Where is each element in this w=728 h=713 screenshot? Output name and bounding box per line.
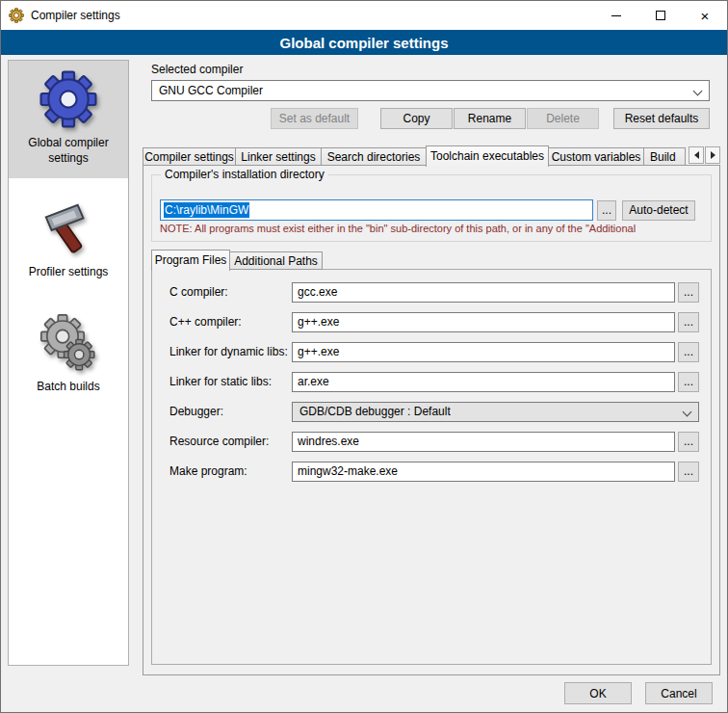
selected-compiler-dropdown[interactable]: GNU GCC Compiler <box>151 80 710 101</box>
settings-tab-bar: Compiler settings Linker settings Search… <box>143 145 720 166</box>
installation-note: NOTE: All programs must exist either in … <box>160 223 716 234</box>
chevron-down-icon <box>683 407 692 416</box>
c-compiler-label: C compiler: <box>169 285 292 299</box>
tab-scroll-left-button[interactable] <box>689 146 704 164</box>
tab-label: Search directories <box>327 150 421 164</box>
tab-compiler-settings[interactable]: Compiler settings <box>143 147 236 166</box>
make-program-browse-button[interactable]: ... <box>678 462 699 482</box>
minimize-icon <box>611 15 621 16</box>
linker-dynamic-input[interactable] <box>292 342 675 362</box>
batch-builds-gears-icon <box>39 313 98 373</box>
title-bar[interactable]: Compiler settings × <box>1 1 727 30</box>
field-row-debugger: Debugger: GDB/CDB debugger : Default <box>169 401 699 422</box>
tab-label: Additional Paths <box>234 254 318 268</box>
field-row-cpp-compiler: C++ compiler: ... <box>169 311 699 332</box>
triangle-left-icon <box>694 151 699 159</box>
compiler-settings-window: Compiler settings × Global compiler sett… <box>0 0 728 713</box>
c-compiler-browse-button[interactable]: ... <box>678 282 699 303</box>
sidebar-item-global-compiler-settings[interactable]: Global compiler settings <box>9 61 128 178</box>
debugger-label: Debugger: <box>169 405 292 418</box>
delete-button[interactable]: Delete <box>527 108 599 129</box>
debugger-value: GDB/CDB debugger : Default <box>299 405 451 418</box>
linker-static-label: Linker for static libs: <box>169 375 292 388</box>
tab-program-files[interactable]: Program Files <box>151 250 230 271</box>
sidebar-item-label: Batch builds <box>37 380 99 395</box>
resource-compiler-browse-button[interactable]: ... <box>678 432 699 452</box>
tab-toolchain-executables[interactable]: Toolchain executables <box>426 145 549 167</box>
toolchain-executables-panel: Compiler's installation directory C:\ray… <box>143 165 720 675</box>
maximize-icon <box>656 11 665 20</box>
debugger-dropdown[interactable]: GDB/CDB debugger : Default <box>292 402 699 422</box>
installation-directory-input[interactable]: C:\raylib\MinGW <box>160 199 593 221</box>
triangle-right-icon <box>711 151 715 159</box>
tab-label: Custom variables <box>552 150 641 164</box>
cpp-compiler-input[interactable] <box>292 312 675 332</box>
field-row-make-program: Make program: ... <box>169 461 699 482</box>
field-row-linker-static: Linker for static libs: ... <box>169 371 699 392</box>
installation-directory-browse-button[interactable]: ... <box>597 200 616 221</box>
copy-button[interactable]: Copy <box>380 108 453 129</box>
maximize-button[interactable] <box>638 1 683 30</box>
field-row-resource-compiler: Resource compiler: ... <box>169 431 699 452</box>
cpp-compiler-label: C++ compiler: <box>169 315 292 329</box>
linker-static-input[interactable] <box>292 372 675 392</box>
resource-compiler-input[interactable] <box>292 432 675 452</box>
tab-additional-paths[interactable]: Additional Paths <box>229 251 323 270</box>
settings-category-list: Global compiler settings Profiler settin… <box>8 60 129 666</box>
minimize-button[interactable] <box>594 1 638 30</box>
tab-label: Compiler settings <box>144 150 234 164</box>
cpp-compiler-browse-button[interactable]: ... <box>678 312 699 332</box>
tab-custom-variables[interactable]: Custom variables <box>548 147 644 166</box>
auto-detect-button[interactable]: Auto-detect <box>622 200 695 221</box>
set-as-default-button[interactable]: Set as default <box>271 108 358 129</box>
sidebar-item-label: Global compiler settings <box>13 136 124 166</box>
tab-build-options[interactable]: Build <box>643 147 686 166</box>
selected-compiler-label: Selected compiler <box>151 63 243 76</box>
make-program-label: Make program: <box>169 464 292 478</box>
field-row-linker-dynamic: Linker for dynamic libs: ... <box>169 341 699 362</box>
linker-dynamic-browse-button[interactable]: ... <box>678 342 699 362</box>
field-row-c-compiler: C compiler: ... <box>169 281 699 303</box>
sidebar-item-profiler-settings[interactable]: Profiler settings <box>9 190 128 293</box>
dialog-header-title: Global compiler settings <box>279 35 448 51</box>
dialog-header: Global compiler settings <box>1 30 727 55</box>
program-files-tab-bar: Program Files Additional Paths <box>151 249 323 270</box>
c-compiler-input[interactable] <box>292 282 675 303</box>
chevron-down-icon <box>693 87 703 96</box>
tab-scroll-right-button[interactable] <box>705 146 720 164</box>
cancel-button[interactable]: Cancel <box>645 682 713 704</box>
installation-directory-row: C:\raylib\MinGW ... Auto-detect <box>160 199 695 221</box>
reset-defaults-button[interactable]: Reset defaults <box>613 108 710 129</box>
close-button[interactable]: × <box>683 1 727 30</box>
tab-linker-settings[interactable]: Linker settings <box>235 147 322 166</box>
groupbox-title: Compiler's installation directory <box>161 168 328 181</box>
blue-gear-icon <box>39 69 98 129</box>
program-files-panel: C compiler: ... C++ compiler: ... Linker… <box>151 269 712 665</box>
profiler-tool-icon <box>39 198 98 258</box>
sidebar-item-label: Profiler settings <box>29 265 109 280</box>
app-icon <box>9 8 24 23</box>
tab-label: Linker settings <box>241 150 315 164</box>
make-program-input[interactable] <box>292 462 675 482</box>
tab-scroll-controls <box>687 146 720 164</box>
linker-dynamic-label: Linker for dynamic libs: <box>169 345 292 358</box>
ok-button[interactable]: OK <box>564 682 632 704</box>
tab-label: Toolchain executables <box>430 149 544 163</box>
tab-search-directories[interactable]: Search directories <box>321 147 427 166</box>
linker-static-browse-button[interactable]: ... <box>678 372 699 392</box>
selected-compiler-value: GNU GCC Compiler <box>159 84 263 97</box>
resource-compiler-label: Resource compiler: <box>169 435 292 448</box>
tab-label: Build <box>650 150 676 164</box>
rename-button[interactable]: Rename <box>454 108 526 129</box>
sidebar-item-batch-builds[interactable]: Batch builds <box>9 304 128 408</box>
close-icon: × <box>701 9 710 23</box>
installation-directory-value: C:\raylib\MinGW <box>164 202 249 218</box>
tab-label: Program Files <box>155 253 227 267</box>
window-title: Compiler settings <box>31 9 120 22</box>
compiler-actions: Set as default Copy Rename Delete Reset … <box>151 108 710 129</box>
